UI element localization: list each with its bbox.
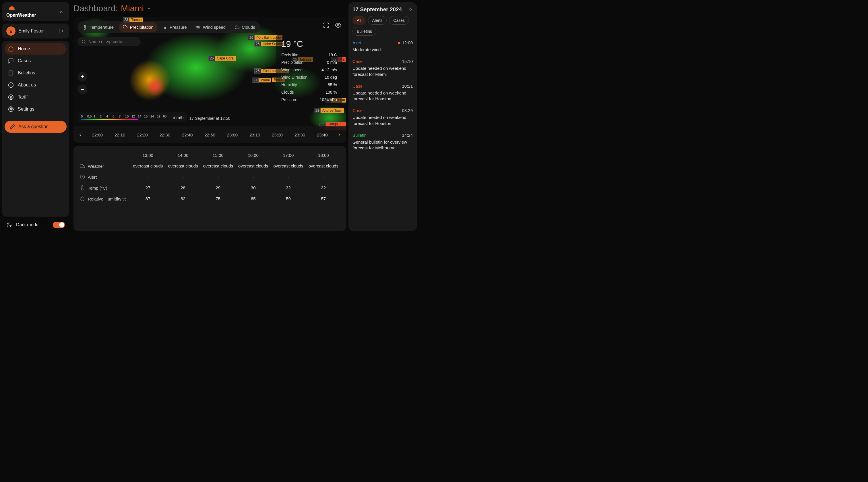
svg-point-12 (337, 24, 339, 26)
feed-item[interactable]: Alert12:00Moderate wind (352, 40, 413, 53)
hourly-row-label: Weather (79, 161, 130, 171)
hourly-time-header: 17:00 (271, 150, 306, 161)
nav-label: Home (18, 46, 30, 51)
timeline-tick[interactable]: 23:10 (249, 133, 260, 137)
feed-tag: Case (352, 59, 363, 64)
stats-value: 85 % (328, 82, 337, 87)
pin-temp: 23 (123, 17, 129, 22)
hourly-cell: - (130, 171, 165, 182)
stats-value: 1024 hPa (320, 97, 337, 102)
layer-tab-pressure[interactable]: Pressure (159, 22, 191, 32)
nav-item-tariff[interactable]: Tariff (5, 91, 67, 103)
hourly-cell: overcast clouds (236, 161, 271, 171)
timeline-tick[interactable]: 22:10 (115, 133, 125, 137)
brand-name: OpenWeather (6, 12, 36, 18)
layer-tab-wind[interactable]: Wind speed (192, 22, 229, 32)
darkmode-row: Dark mode (2, 219, 69, 231)
layer-tab-clouds[interactable]: Clouds (231, 22, 259, 32)
title-label: Dashboard: (73, 3, 118, 13)
ask-question-button[interactable]: Ask a question (5, 121, 67, 133)
stats-value: 0 mm (327, 60, 337, 65)
title-city: Miami (121, 3, 144, 13)
timeline-tick[interactable]: 22:00 (92, 133, 103, 137)
hourly-forecast-card: 13:0014:0015:0016:0017:0018:00Weatherove… (73, 146, 346, 231)
hourly-cell: 57 (306, 193, 341, 204)
feed-time: 12:00 (398, 40, 413, 45)
filter-cases[interactable]: Cases (389, 16, 409, 25)
page-title-bar: Dashboard: Miami (71, 2, 348, 17)
user-card: E Emily Foster (2, 24, 69, 38)
feed-time: 10:21 (402, 84, 413, 88)
rightbar-collapse-button[interactable] (408, 7, 413, 12)
city-dropdown-button[interactable] (147, 6, 151, 11)
legend-tick: 2 (100, 115, 106, 118)
hourly-time-header: 14:00 (165, 150, 200, 161)
hourly-cell: - (200, 171, 236, 182)
timeline-tick[interactable]: 22:30 (159, 133, 170, 137)
hourly-cell: 28 (165, 182, 200, 193)
fullscreen-button[interactable] (322, 21, 330, 29)
precipitation-legend: 00.51246710121416243260 mm/h (78, 112, 187, 122)
pin-city-name: Cape Coral (215, 56, 236, 61)
timeline: 22:0022:1022:2022:3022:4022:5023:0023:10… (73, 126, 346, 143)
alert-icon (80, 174, 85, 179)
feed-item[interactable]: Case08:29Update needed on weekend foreca… (352, 108, 413, 126)
feed-item[interactable]: Bulletin14:24General bulletin for overvi… (352, 133, 413, 151)
hourly-cell: 29 (200, 182, 236, 193)
map-search (78, 37, 141, 46)
timeline-tick[interactable]: 22:40 (182, 133, 193, 137)
pencil-icon (10, 124, 15, 129)
pin-city-name: Tampa (129, 18, 143, 22)
pin-temp: 26 (208, 56, 215, 61)
timeline-tick[interactable]: 23:20 (272, 133, 283, 137)
pressure-icon (163, 25, 167, 30)
stats-key: Wind Direction (281, 75, 307, 80)
nav-item-cases[interactable]: Cases (5, 55, 67, 67)
legend-tick: 32 (157, 115, 163, 118)
legend-tick: 24 (150, 115, 157, 118)
feed-item[interactable]: Case10:21Update needed on weekend foreca… (352, 84, 413, 102)
timeline-tick[interactable]: 23:00 (227, 133, 238, 137)
city-pin[interactable]: 23Tampa (123, 17, 143, 22)
layer-tab-temperature[interactable]: Temperature (79, 22, 118, 32)
nav-item-about[interactable]: About us (5, 79, 67, 91)
darkmode-toggle[interactable] (53, 222, 65, 228)
logout-button[interactable] (57, 27, 65, 35)
filter-bulletins[interactable]: Bulletins (352, 27, 376, 36)
drop-icon (80, 196, 85, 201)
ask-label: Ask a question (19, 124, 49, 129)
city-pin[interactable]: 28Andros Town (314, 108, 344, 113)
city-pin[interactable]: 27Miami (252, 78, 271, 83)
stats-value: 4.12 m/s (321, 67, 337, 72)
zoom-out-button[interactable]: − (78, 84, 87, 94)
stats-row: Pressure1024 hPa (281, 96, 337, 104)
info-icon (8, 82, 14, 88)
nav-item-bulletins[interactable]: Bulletins (5, 67, 67, 79)
main: Dashboard: Miami Temperature Precipitati… (71, 0, 348, 233)
hourly-cell: 27 (130, 182, 165, 193)
nav-item-home[interactable]: Home (5, 43, 67, 55)
timeline-tick[interactable]: 22:50 (205, 133, 215, 137)
hourly-cell: overcast clouds (271, 161, 306, 171)
timeline-prev-button[interactable] (76, 131, 84, 139)
timeline-tick[interactable]: 22:20 (137, 133, 148, 137)
filter-alerts[interactable]: Alerts (368, 16, 387, 25)
map-search-input[interactable] (88, 39, 143, 44)
layer-tab-precipitation[interactable]: Precipitation (119, 22, 158, 32)
sidebar-collapse-button[interactable] (57, 8, 65, 16)
timeline-tick[interactable]: 23:40 (317, 133, 328, 137)
legend-tick: 7 (119, 115, 125, 118)
brand: OpenWeather (6, 6, 36, 18)
filter-all[interactable]: All (352, 16, 366, 25)
feed-item[interactable]: Case15:10Update needed on weekend foreca… (352, 59, 413, 77)
timeline-tick[interactable]: 23:30 (294, 133, 305, 137)
timeline-next-button[interactable] (335, 131, 343, 139)
zoom-in-button[interactable]: + (78, 72, 87, 82)
feed-description: Moderate wind (352, 47, 413, 53)
city-pin[interactable]: 26Cape Coral (208, 56, 236, 61)
feed-description: Update needed on weekend forecast for Mi… (352, 65, 413, 77)
search-icon (82, 39, 86, 44)
pin-temp: 26 (254, 68, 261, 74)
nav-item-settings[interactable]: Settings (5, 104, 67, 115)
visibility-button[interactable] (334, 21, 342, 29)
